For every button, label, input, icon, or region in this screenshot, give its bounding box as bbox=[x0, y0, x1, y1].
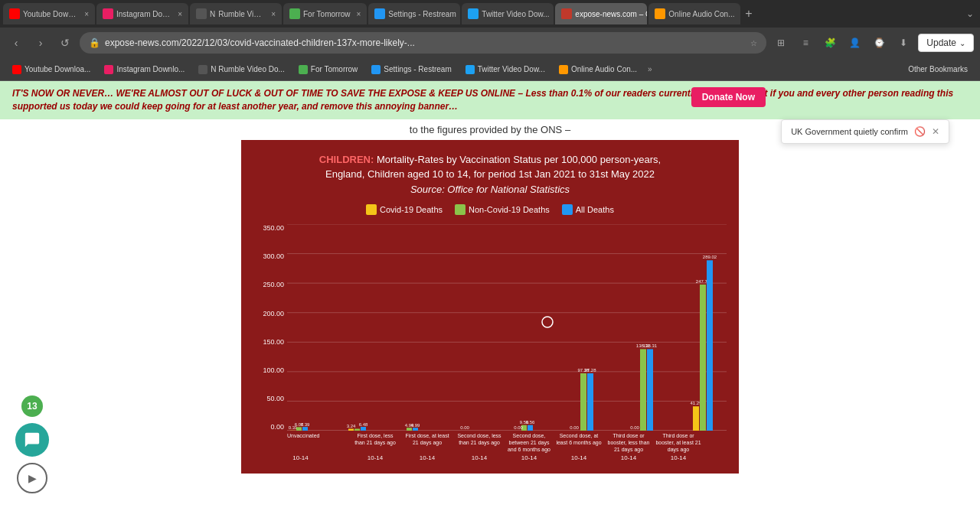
bookmark-rumble[interactable]: N Rumble Video Do... bbox=[192, 63, 291, 76]
tab-instagram[interactable]: Instagram Downlo... × bbox=[96, 3, 188, 24]
bar-td-all-label: 289.02 bbox=[703, 255, 717, 259]
bar-unvac-all bbox=[302, 427, 308, 431]
download-icon[interactable]: ⬇ bbox=[893, 33, 913, 53]
age-unvac: 10-14 bbox=[287, 454, 314, 461]
bookmark-settings-restream[interactable]: Settings - Restream bbox=[365, 63, 457, 76]
update-label: Update bbox=[926, 37, 956, 48]
age-sd-between: 10-14 bbox=[506, 454, 552, 461]
tabs-menu-button[interactable]: ⌄ bbox=[963, 8, 977, 19]
bar-sd-covid-label: 0.00 bbox=[570, 425, 579, 430]
legend-covid-swatch bbox=[366, 204, 377, 215]
legend-covid-label: Covid-19 Deaths bbox=[380, 205, 443, 214]
legend-non-covid-swatch bbox=[455, 204, 466, 215]
chart-source: Source: Office for National Statistics bbox=[410, 184, 570, 195]
bookmark-youtube[interactable]: Youtube Downloa... bbox=[6, 63, 96, 76]
age-td-at: 10-14 bbox=[655, 454, 701, 461]
banner-text: IT'S NOW OR NEVER… WE'RE ALMOST OUT OF L… bbox=[12, 88, 953, 112]
x-axis-labels: Unvaccinated First dose, less than 21 da… bbox=[287, 432, 727, 453]
bookmark-star-icon[interactable]: ☆ bbox=[750, 39, 757, 47]
age-fd-less: 10-14 bbox=[352, 454, 398, 461]
notification-dismiss-icon[interactable]: 🚫 bbox=[914, 126, 926, 137]
tab-youtube[interactable]: Youtube Downloa... × bbox=[3, 3, 95, 24]
other-bookmarks-label: Other Bookmarks bbox=[908, 65, 968, 73]
for-tomorrow-favicon bbox=[299, 65, 308, 74]
address-bar[interactable]: 🔒 expose-news.com/2022/12/03/covid-vacci… bbox=[80, 32, 766, 54]
reload-button[interactable]: ↺ bbox=[55, 33, 75, 53]
bookmark-twitter[interactable]: Twitter Video Dow... bbox=[459, 63, 551, 76]
url-text: expose-news.com/2022/12/03/covid-vaccina… bbox=[105, 37, 746, 48]
y-150: 150.00 bbox=[253, 338, 284, 346]
bar-td21-covid-label: 0.00 bbox=[630, 425, 639, 430]
chart-title: CHILDREN: Mortality-Rates by Vaccination… bbox=[253, 152, 727, 197]
new-tab-button[interactable]: + bbox=[745, 7, 752, 21]
bookmark-audio[interactable]: Online Audio Con... bbox=[553, 63, 643, 76]
notification-text: UK Government quietly confirm bbox=[791, 127, 908, 136]
legend-non-covid-label: Non-Covid-19 Deaths bbox=[469, 205, 550, 214]
bar-sd6mo-all bbox=[528, 425, 533, 431]
legend-covid: Covid-19 Deaths bbox=[366, 204, 443, 215]
menu-icon[interactable]: ≡ bbox=[795, 33, 815, 53]
browser-chrome: Youtube Downloa... × Instagram Downlo...… bbox=[0, 0, 980, 81]
y-50: 50.00 bbox=[253, 395, 284, 402]
forward-button[interactable]: › bbox=[31, 33, 51, 53]
instagram-favicon bbox=[104, 65, 113, 74]
x-label-fd-less: First dose, less than 21 days ago bbox=[352, 432, 398, 453]
tab-expose-news[interactable]: expose-news.com – Covid... × bbox=[555, 3, 647, 24]
y-250: 250.00 bbox=[253, 281, 284, 288]
extensions-icon[interactable]: 🧩 bbox=[820, 33, 840, 53]
y-300: 300.00 bbox=[253, 252, 284, 260]
age-sd-less: 10-14 bbox=[456, 454, 502, 461]
tab-rumble[interactable]: N Rumble Video Do... × bbox=[190, 3, 282, 24]
chart-legend: Covid-19 Deaths Non-Covid-19 Deaths All … bbox=[253, 204, 727, 215]
screen-share-icon[interactable]: ⊞ bbox=[771, 33, 791, 53]
chart-body: 350.00 300.00 250.00 200.00 150.00 100.0… bbox=[253, 224, 727, 461]
legend-all-deaths-swatch bbox=[562, 204, 573, 215]
cursor-circle bbox=[542, 317, 553, 327]
twitter-favicon bbox=[466, 65, 475, 74]
bars-container: 0.31 6.07 6.39 3.24 6.48 4.99 bbox=[287, 224, 727, 461]
audio-favicon bbox=[559, 65, 568, 74]
bar-fd-noncovid bbox=[407, 428, 412, 431]
age-fd-at: 10-14 bbox=[404, 454, 450, 461]
legend-all-deaths: All Deaths bbox=[562, 204, 614, 215]
bookmark-for-tomorrow[interactable]: For Tomorrow bbox=[292, 63, 364, 76]
for-tomorrow-label: For Tomorrow bbox=[311, 65, 358, 73]
rumble-favicon bbox=[198, 65, 207, 74]
notification-popup: UK Government quietly confirm 🚫 ✕ bbox=[781, 119, 949, 144]
bar-sd6mo-covid-label: 0.00 bbox=[514, 425, 523, 430]
bookmark-instagram[interactable]: Instagram Downlo... bbox=[98, 63, 191, 76]
chart-container: CHILDREN: Mortality-Rates by Vaccination… bbox=[241, 140, 739, 474]
bar-td21-all-label: 138.31 bbox=[643, 343, 658, 348]
bar-td-all bbox=[707, 260, 713, 431]
bookmark-folder[interactable]: Other Bookmarks bbox=[902, 63, 974, 75]
play-button[interactable]: ▶ bbox=[17, 463, 47, 493]
bar-fd-all bbox=[413, 428, 418, 431]
bar-td21-all bbox=[647, 349, 653, 431]
notification-close-icon[interactable]: ✕ bbox=[932, 126, 939, 137]
bar-fd21-covid-label: 3.24 bbox=[347, 424, 356, 428]
tab-settings-restream[interactable]: Settings - Restream × bbox=[368, 3, 460, 24]
age-td-less: 10-14 bbox=[606, 454, 652, 461]
bookmarks-more-button[interactable]: » bbox=[645, 63, 655, 75]
bar-unvac-all-label: 6.39 bbox=[301, 422, 310, 427]
tab-audio[interactable]: Online Audio Con... × bbox=[648, 3, 740, 24]
back-button[interactable]: ‹ bbox=[6, 33, 26, 53]
history-icon[interactable]: ⌚ bbox=[869, 33, 889, 53]
x-label-td-less: Third dose or booster, less than 21 days… bbox=[606, 432, 652, 453]
chat-button[interactable] bbox=[15, 423, 49, 457]
restream-favicon bbox=[371, 65, 381, 74]
tab-for-tomorrow[interactable]: For Tomorrow × bbox=[283, 3, 367, 24]
update-button[interactable]: Update ⌄ bbox=[918, 34, 974, 52]
tab-twitter[interactable]: Twitter Video Dow... × bbox=[462, 3, 554, 24]
profile-icon[interactable]: 👤 bbox=[844, 33, 864, 53]
donate-button[interactable]: Donate Now bbox=[691, 87, 766, 107]
bar-sd-all-label: 97.28 bbox=[584, 368, 596, 373]
bar-td-noncovid bbox=[700, 285, 706, 431]
nav-bar: ‹ › ↺ 🔒 expose-news.com/2022/12/03/covid… bbox=[0, 28, 980, 58]
chat-count-badge: 13 bbox=[21, 395, 43, 417]
bar-sd-all bbox=[587, 373, 593, 431]
y-0: 0.00 bbox=[253, 423, 284, 431]
bar-fd21-covid bbox=[348, 429, 354, 431]
alert-banner: IT'S NOW OR NEVER… WE'RE ALMOST OUT OF L… bbox=[0, 81, 980, 119]
bar-fd21-all-label: 6.48 bbox=[359, 422, 368, 427]
